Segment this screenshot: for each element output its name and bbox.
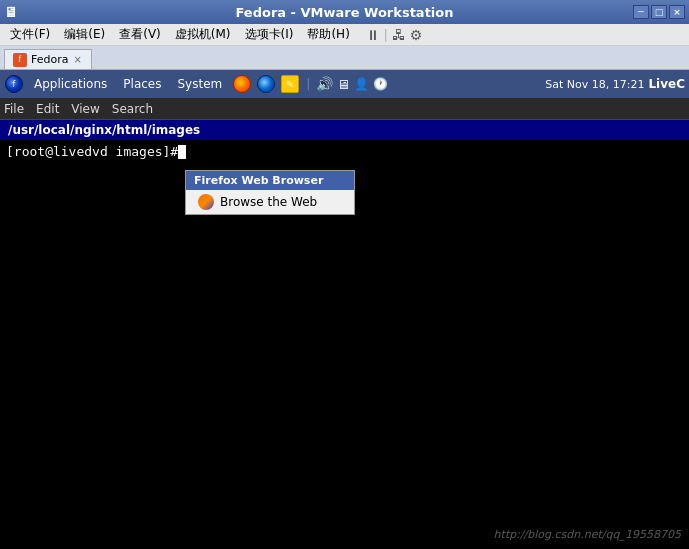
term-menu-search[interactable]: Search xyxy=(112,102,153,116)
applications-menu[interactable]: Applications xyxy=(28,75,113,93)
close-button[interactable]: × xyxy=(669,5,685,19)
terminal-prompt-line: [root@livedvd images]# xyxy=(6,144,683,159)
browse-web-label: Browse the Web xyxy=(220,195,317,209)
watermark-text: http://blog.csdn.net/qq_19558705 xyxy=(494,528,681,541)
dropdown-menu: Firefox Web Browser Browse the Web xyxy=(185,170,355,215)
gnome-panel-container: f Applications Places System ✎ | 🔊 🖥 👤 🕐… xyxy=(0,70,689,98)
tab-fedora-icon: f xyxy=(13,53,27,67)
user-icon[interactable]: 👤 xyxy=(354,77,369,91)
watermark: http://blog.csdn.net/qq_19558705 xyxy=(494,528,681,541)
tab-fedora[interactable]: f Fedora × xyxy=(4,49,92,69)
places-menu[interactable]: Places xyxy=(117,75,167,93)
menubar: 文件(F) 编辑(E) 查看(V) 虚拟机(M) 选项卡(I) 帮助(H) ⏸ … xyxy=(0,24,689,46)
network-icon[interactable]: 🖧 xyxy=(392,27,406,43)
term-menu-view[interactable]: View xyxy=(71,102,99,116)
tabbar: f Fedora × xyxy=(0,46,689,70)
term-menu-edit[interactable]: Edit xyxy=(36,102,59,116)
thunderbird-panel-icon[interactable] xyxy=(256,74,276,94)
maximize-button[interactable]: □ xyxy=(651,5,667,19)
terminal-cursor xyxy=(178,145,186,159)
titlebar: 🖥 Fedora - VMware Workstation ─ □ × xyxy=(0,0,689,24)
settings-icon[interactable]: ⚙ xyxy=(410,27,423,43)
system-menu[interactable]: System xyxy=(171,75,228,93)
fedora-icon[interactable]: f xyxy=(4,74,24,94)
menu-file[interactable]: 文件(F) xyxy=(4,25,56,44)
panel-sep1: | xyxy=(306,77,310,91)
minimize-button[interactable]: ─ xyxy=(633,5,649,19)
location-path: /usr/local/nginx/html/images xyxy=(8,123,200,137)
titlebar-icon: 🖥 xyxy=(4,4,18,20)
panel-livec: LiveC xyxy=(648,77,685,91)
tab-fedora-label: Fedora xyxy=(31,53,68,66)
firefox-panel-icon[interactable] xyxy=(232,74,252,94)
location-bar: /usr/local/nginx/html/images xyxy=(0,120,689,140)
clock-icon[interactable]: 🕐 xyxy=(373,77,388,91)
gnome-panel: f Applications Places System ✎ | 🔊 🖥 👤 🕐… xyxy=(0,70,689,98)
titlebar-title: Fedora - VMware Workstation xyxy=(235,5,453,20)
panel-clock: Sat Nov 18, 17:21 xyxy=(545,78,644,91)
dropdown-header: Firefox Web Browser xyxy=(186,171,354,190)
edit-panel-icon[interactable]: ✎ xyxy=(280,74,300,94)
firefox-menu-icon xyxy=(198,194,214,210)
tab-close-button[interactable]: × xyxy=(72,54,82,65)
toolbar-sep: | xyxy=(384,28,388,42)
browse-web-item[interactable]: Browse the Web xyxy=(186,190,354,214)
screen-icon[interactable]: 🖥 xyxy=(337,77,350,92)
terminal-area: File Edit View Search /usr/local/nginx/h… xyxy=(0,98,689,549)
terminal-prompt: [root@livedvd images]# xyxy=(6,144,178,159)
menu-view[interactable]: 查看(V) xyxy=(113,25,167,44)
window-controls: ─ □ × xyxy=(633,5,685,19)
terminal-toolbar: File Edit View Search xyxy=(0,98,689,120)
menu-help[interactable]: 帮助(H) xyxy=(301,25,355,44)
pause-icon[interactable]: ⏸ xyxy=(366,27,380,43)
volume-icon[interactable]: 🔊 xyxy=(316,76,333,92)
term-menu-file[interactable]: File xyxy=(4,102,24,116)
menu-edit[interactable]: 编辑(E) xyxy=(58,25,111,44)
menu-vm[interactable]: 虚拟机(M) xyxy=(169,25,237,44)
menu-tabs[interactable]: 选项卡(I) xyxy=(239,25,300,44)
